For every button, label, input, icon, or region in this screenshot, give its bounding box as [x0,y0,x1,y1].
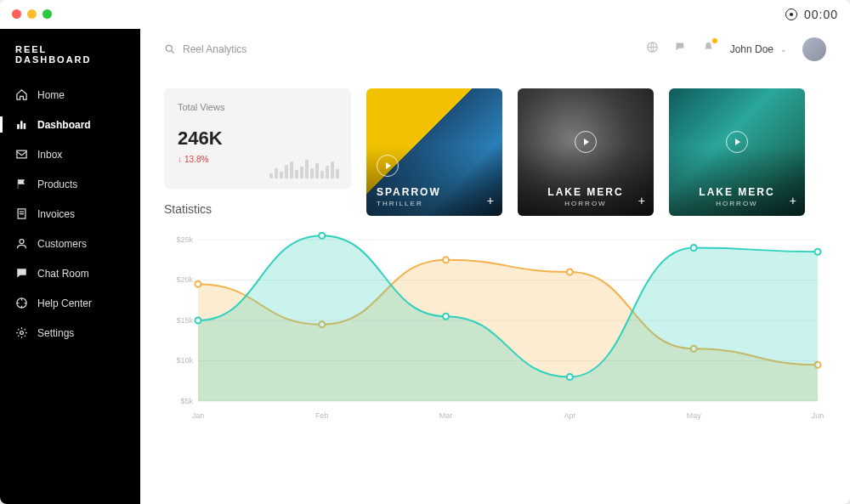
brand-title: REEL DASHBOARD [0,44,140,80]
movie-title: LAKE MERC [528,186,643,198]
sidebar-nav: HomeDashboardInboxProductsInvoicesCustom… [0,80,140,348]
svg-text:$5k: $5k [180,397,193,405]
record-icon[interactable] [785,8,797,20]
movie-subtitle: HORROW [528,200,643,207]
main: Reel Analytics John Doe ⌄ [140,29,850,504]
bars-icon [15,118,28,131]
movie-card[interactable]: LAKE MERCHORROW+ [669,88,805,216]
statistics-heading: Statistics [164,202,351,216]
sidebar-item-home[interactable]: Home [0,80,140,110]
globe-icon[interactable] [646,41,659,57]
kpi-value: 246K [178,127,337,150]
sidebar-item-label: Home [37,89,65,101]
svg-point-36 [319,233,325,239]
flag-icon [15,178,28,190]
svg-text:Jun: Jun [812,411,824,420]
svg-point-40 [815,249,821,255]
svg-point-9 [20,331,24,335]
sidebar-item-label: Customers [37,238,87,250]
sidebar-item-label: Inbox [37,149,62,161]
svg-rect-3 [17,150,26,158]
sidebar-item-invoices[interactable]: Invoices [0,199,140,229]
play-icon[interactable] [377,155,399,177]
dashboard-body: Total Views 246K ↓ 13.8% [140,70,850,504]
sidebar-item-label: Invoices [37,208,75,220]
search-input[interactable]: Reel Analytics [164,43,246,55]
svg-rect-0 [18,125,20,129]
svg-text:Mar: Mar [439,411,452,420]
svg-line-11 [172,50,174,53]
help-icon [15,297,28,309]
sidebar-item-help-center[interactable]: Help Center [0,288,140,318]
sidebar-item-dashboard[interactable]: Dashboard [0,110,140,139]
movie-card[interactable]: SPARROWTHRILLER+ [366,88,502,216]
sidebar-item-label: Help Center [37,297,92,309]
topbar: Reel Analytics John Doe ⌄ [140,29,850,70]
movie-subtitle: THRILLER [377,200,492,207]
sidebar-item-label: Settings [37,327,74,339]
svg-point-31 [443,257,449,263]
svg-text:May: May [687,411,701,420]
home-icon [15,88,28,101]
user-icon [15,237,28,250]
add-icon[interactable]: + [638,194,645,207]
svg-point-35 [195,318,201,324]
sidebar-item-label: Dashboard [37,119,91,131]
chevron-down-icon: ⌄ [780,45,787,54]
chat-icon [15,267,28,280]
notification-badge [712,38,717,43]
record-time: 00:00 [804,8,838,21]
svg-point-29 [195,281,201,287]
svg-point-38 [567,374,573,380]
play-icon[interactable] [726,131,748,153]
minimize-window-icon[interactable] [27,9,37,19]
svg-rect-1 [20,122,22,129]
svg-text:$25k: $25k [176,235,193,244]
svg-text:Feb: Feb [315,411,328,420]
content: REEL DASHBOARD HomeDashboardInboxProduct… [0,29,850,504]
svg-text:Apr: Apr [564,411,575,420]
movie-subtitle: HORROW [679,200,795,207]
svg-point-10 [166,45,172,51]
search-placeholder: Reel Analytics [183,43,246,55]
doc-icon [15,207,28,220]
messages-icon[interactable] [674,41,687,57]
svg-point-32 [567,269,573,275]
sidebar-item-settings[interactable]: Settings [0,318,140,348]
maximize-window-icon[interactable] [42,9,52,19]
sidebar-item-products[interactable]: Products [0,169,140,199]
svg-text:$10k: $10k [176,356,193,365]
statistics-chart: $5k$10k$15k$20k$25kJanFebMarAprMayJun [164,231,826,427]
add-icon[interactable]: + [790,194,796,207]
sidebar-item-label: Chat Room [37,268,89,280]
sidebar: REEL DASHBOARD HomeDashboardInboxProduct… [0,29,140,504]
sidebar-item-label: Products [37,178,77,190]
arrow-down-icon: ↓ [178,155,182,164]
movie-title: LAKE MERC [679,186,795,198]
user-name: John Doe [730,43,774,55]
app-window: 00:00 REEL DASHBOARD HomeDashboardInboxP… [0,0,850,504]
kpi-total-views-card: Total Views 246K ↓ 13.8% [164,88,351,189]
close-window-icon[interactable] [12,9,21,19]
sidebar-item-chat-room[interactable]: Chat Room [0,258,140,288]
bell-icon[interactable] [702,41,715,57]
svg-point-37 [443,314,449,320]
user-menu[interactable]: John Doe ⌄ [730,43,787,55]
movie-card[interactable]: LAKE MERCHORROW+ [518,88,654,216]
movie-cards: SPARROWTHRILLER+LAKE MERCHORROW+LAKE MER… [366,88,826,216]
svg-text:$15k: $15k [176,316,193,325]
svg-point-39 [691,245,697,251]
traffic-lights [12,9,52,19]
sidebar-item-customers[interactable]: Customers [0,229,140,258]
play-icon[interactable] [575,131,597,153]
kpi-label: Total Views [178,102,337,112]
movie-title: SPARROW [377,186,492,198]
sidebar-item-inbox[interactable]: Inbox [0,139,140,169]
kpi-sparkline [269,160,339,178]
kpi-delta-value: 13.8% [184,155,208,164]
avatar[interactable] [802,37,826,61]
add-icon[interactable]: + [487,194,494,207]
svg-text:$20k: $20k [176,275,193,284]
mail-icon [15,148,28,161]
svg-rect-2 [24,123,26,128]
